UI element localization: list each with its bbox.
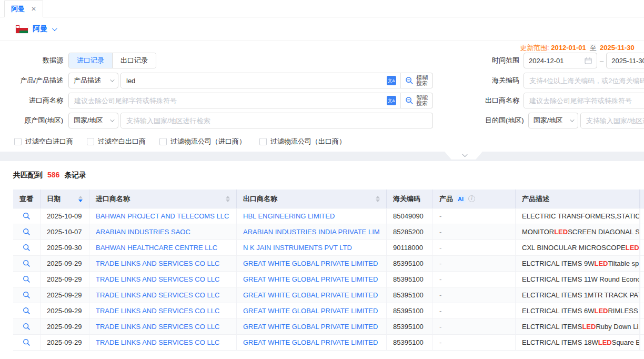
checkbox-filter-blank-exporter[interactable]: 过滤空白出口商 <box>87 137 146 146</box>
exporter-name-input[interactable] <box>524 93 644 108</box>
cell-product: - <box>433 303 516 318</box>
checkbox-icon[interactable] <box>87 138 94 145</box>
view-record-button[interactable] <box>13 240 41 255</box>
date-from-input[interactable] <box>524 53 597 68</box>
scrollbar-gutter[interactable] <box>640 335 644 350</box>
importer-link[interactable]: TRADE LINKS AND SERVICES CO LLC <box>96 338 219 346</box>
column-header-importer[interactable]: 进口商名称 <box>89 190 237 208</box>
date-range-dash: – <box>600 57 603 65</box>
cell-date: 2025-09-29 <box>41 256 89 271</box>
scrollbar-gutter[interactable] <box>640 319 644 334</box>
view-record-button[interactable] <box>13 272 41 287</box>
translate-icon[interactable]: 文A <box>387 76 396 85</box>
importer-name-input[interactable] <box>69 93 387 108</box>
destination-country-select[interactable]: 国家/地区 <box>528 113 578 128</box>
view-record-button[interactable] <box>13 208 41 224</box>
sort-ascending-icon[interactable] <box>78 196 83 198</box>
date-to-value[interactable] <box>611 57 644 65</box>
checkbox-icon[interactable] <box>259 138 267 145</box>
view-record-button[interactable] <box>13 319 41 334</box>
view-record-button[interactable] <box>13 303 41 318</box>
date-to-input[interactable] <box>606 53 644 68</box>
view-record-button[interactable] <box>13 224 41 240</box>
exporter-link[interactable]: GREAT WHITE GLOBAL PRIVATE LIMITED <box>243 260 378 267</box>
import-records-tab[interactable]: 进口记录 <box>69 53 112 68</box>
cell-desc: ELCTRICAL ITEMS 11W Round Econo... <box>516 272 640 287</box>
exporter-link[interactable]: ARABIAN INDUSTRIES INDIA PRIVATE LIMIT..… <box>243 228 380 236</box>
scrollbar-gutter[interactable] <box>640 190 644 208</box>
cell-exporter: N K JAIN INSTRUMENTS PVT LTD <box>237 240 387 255</box>
origin-country-input[interactable] <box>121 113 428 128</box>
sort-ascending-icon[interactable] <box>376 196 380 198</box>
view-record-button[interactable] <box>13 287 41 303</box>
sort-ascending-icon[interactable] <box>226 196 230 198</box>
scrollbar-gutter[interactable] <box>640 224 644 240</box>
export-records-tab[interactable]: 出口记录 <box>112 53 156 68</box>
importer-link[interactable]: BAHWAN PROJECT AND TELECOMS LLC <box>96 212 229 220</box>
checkbox-filter-logistics-importer[interactable]: 过滤物流公司（进口商） <box>159 137 246 146</box>
scrollbar-gutter[interactable] <box>640 208 644 224</box>
importer-link[interactable]: BAHWAN HEALTHCARE CENTRE LLC <box>96 244 217 252</box>
sort-descending-icon[interactable] <box>376 200 380 202</box>
chevron-down-icon[interactable] <box>52 26 57 31</box>
destination-country-select-value: 国家/地区 <box>534 116 563 125</box>
column-header-date[interactable]: 日期 <box>41 190 89 208</box>
sort-control[interactable] <box>371 196 380 202</box>
sort-control[interactable] <box>74 196 83 202</box>
scrollbar-gutter[interactable] <box>640 240 644 255</box>
date-from-value[interactable] <box>529 57 581 65</box>
sort-control[interactable] <box>222 196 230 202</box>
exporter-link[interactable]: GREAT WHITE GLOBAL PRIVATE LIMITED <box>243 275 378 283</box>
scrollbar-gutter[interactable] <box>640 303 644 318</box>
destination-country-input[interactable] <box>581 113 644 128</box>
exporter-link[interactable]: GREAT WHITE GLOBAL PRIVATE LIMITED <box>243 291 378 299</box>
cell-desc: ELCTRICAL ITEMS 6W LED RIMLESS ... <box>516 303 640 318</box>
result-count: 共匹配到 586 条记录 <box>0 171 644 182</box>
view-record-button[interactable] <box>13 335 41 350</box>
info-icon[interactable]: i <box>468 195 475 202</box>
exporter-link[interactable]: GREAT WHITE GLOBAL PRIVATE LIMITED <box>243 307 378 315</box>
column-header-exporter[interactable]: 出口商名称 <box>237 190 387 208</box>
product-search-input[interactable] <box>121 73 387 88</box>
cell-importer: TRADE LINKS AND SERVICES CO LLC <box>89 319 237 334</box>
hs-code-input[interactable] <box>524 73 644 88</box>
scrollbar-gutter[interactable] <box>640 256 644 271</box>
exporter-link[interactable]: GREAT WHITE GLOBAL PRIVATE LIMITED <box>243 338 378 346</box>
importer-link[interactable]: TRADE LINKS AND SERVICES CO LLC <box>96 323 219 331</box>
sort-descending-icon[interactable] <box>78 200 83 202</box>
origin-country-input-group <box>120 113 433 128</box>
collapse-form-button[interactable] <box>445 152 482 159</box>
fuzzy-search-label: 模糊搜索 <box>416 75 428 87</box>
importer-link[interactable]: TRADE LINKS AND SERVICES CO LLC <box>96 291 219 299</box>
translate-icon[interactable]: 文A <box>387 96 396 105</box>
checkbox-icon[interactable] <box>14 138 22 145</box>
exporter-link[interactable]: HBL ENGINEERING LIMITED <box>243 212 335 220</box>
fuzzy-search-button[interactable]: 模糊搜索 <box>401 73 432 88</box>
origin-country-select[interactable]: 国家/地区 <box>68 113 118 128</box>
importer-link[interactable]: TRADE LINKS AND SERVICES CO LLC <box>96 307 219 315</box>
cell-importer: TRADE LINKS AND SERVICES CO LLC <box>89 303 237 318</box>
column-header-view: 查看 <box>13 190 41 208</box>
scrollbar-gutter[interactable] <box>640 287 644 303</box>
scrollbar-gutter[interactable] <box>640 272 644 287</box>
checkbox-filter-logistics-exporter[interactable]: 过滤物流公司（出口商） <box>259 137 346 146</box>
highlighted-term: LED <box>626 244 639 252</box>
close-icon[interactable]: ✕ <box>31 5 36 13</box>
exporter-link[interactable]: N K JAIN INSTRUMENTS PVT LTD <box>243 244 352 252</box>
view-record-button[interactable] <box>13 256 41 271</box>
update-range: 更新范围: 2012-01-01 至 2025-11-30 <box>520 43 644 53</box>
cell-desc: MONITOR LED SCREEN DIAGONAL S... <box>516 224 640 240</box>
country-name[interactable]: 阿曼 <box>33 24 47 34</box>
table-row: 2025-09-29TRADE LINKS AND SERVICES CO LL… <box>13 287 644 303</box>
product-type-select[interactable]: 产品描述 <box>68 73 118 88</box>
checkbox-icon[interactable] <box>159 138 167 145</box>
smart-search-button[interactable]: 智能搜索 <box>401 93 432 108</box>
importer-link[interactable]: TRADE LINKS AND SERVICES CO LLC <box>96 275 219 283</box>
importer-link[interactable]: ARABIAN INDUSTRIES SAOC <box>96 228 190 236</box>
importer-link[interactable]: TRADE LINKS AND SERVICES CO LLC <box>96 260 219 267</box>
exporter-link[interactable]: GREAT WHITE GLOBAL PRIVATE LIMITED <box>243 323 378 331</box>
checkbox-filter-blank-importer[interactable]: 过滤空白进口商 <box>14 137 73 146</box>
magnifier-icon <box>23 291 31 299</box>
sort-descending-icon[interactable] <box>226 200 230 202</box>
tab-oman[interactable]: 阿曼 ✕ <box>4 1 43 17</box>
